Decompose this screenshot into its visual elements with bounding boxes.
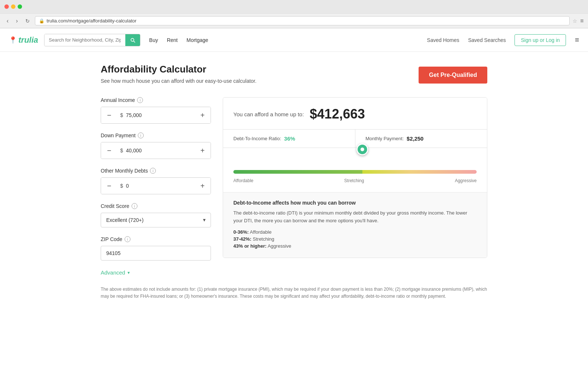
nav-mortgage[interactable]: Mortgage: [187, 37, 208, 43]
search-button[interactable]: [125, 34, 140, 46]
down-payment-increment[interactable]: +: [194, 142, 211, 159]
monthly-debts-input[interactable]: [125, 178, 194, 194]
logo: 📍 trulia: [9, 35, 38, 45]
signup-button[interactable]: Sign up or Log in: [514, 34, 566, 46]
dti-stat: Debt-To-Income Ratio: 36%: [223, 130, 355, 148]
credit-score-field: Credit Score i Excellent (720+) Good (68…: [101, 203, 211, 227]
nav-buy[interactable]: Buy: [149, 37, 158, 43]
track-stretching: [362, 170, 411, 174]
credit-score-select[interactable]: Excellent (720+) Good (680-719) Fair (64…: [101, 213, 211, 227]
monthly-debts-info-icon[interactable]: i: [150, 168, 156, 174]
browser-menu-icon[interactable]: ≡: [580, 18, 584, 24]
slider-track-inner: [233, 170, 477, 174]
dot-green[interactable]: [18, 4, 22, 9]
dti-info-title: Debt-to-Income affects how much you can …: [233, 200, 477, 206]
chevron-down-icon: ▾: [128, 270, 130, 275]
annual-income-label: Annual Income i: [101, 97, 211, 103]
search-input[interactable]: [44, 34, 125, 46]
advanced-toggle[interactable]: Advanced ▾: [101, 269, 130, 276]
page-header-row: Affordability Calculator See how much ho…: [101, 64, 487, 84]
down-payment-input-row: − $ +: [101, 142, 211, 159]
search-icon: [130, 37, 136, 43]
dti-info: Debt-to-Income affects how much you can …: [223, 192, 487, 258]
page-header-text: Affordability Calculator See how much ho…: [101, 64, 257, 84]
track-affordable: [233, 170, 362, 174]
browser-titlebar: [0, 0, 588, 13]
dot-yellow[interactable]: [11, 4, 15, 9]
logo-text[interactable]: trulia: [18, 35, 38, 45]
results-stats: Debt-To-Income Ratio: 36% Monthly Paymen…: [223, 130, 487, 148]
forward-button[interactable]: ›: [14, 17, 20, 25]
slider-label-affordable: Affordable: [233, 178, 254, 183]
currency-symbol-3: $: [117, 183, 125, 189]
refresh-button[interactable]: ↻: [23, 17, 32, 25]
currency-symbol-2: $: [117, 148, 125, 153]
nav-rent[interactable]: Rent: [167, 37, 178, 43]
monthly-debts-label: Other Monthly Debts i: [101, 168, 211, 174]
hamburger-button[interactable]: ≡: [575, 36, 579, 44]
annual-income-increment[interactable]: +: [194, 107, 211, 123]
slider-container: [233, 155, 477, 174]
saved-homes-link[interactable]: Saved Homes: [427, 37, 459, 43]
down-payment-decrement[interactable]: −: [101, 142, 117, 159]
advanced-label: Advanced: [101, 269, 125, 276]
search-bar: [44, 34, 140, 46]
annual-income-decrement[interactable]: −: [101, 107, 117, 123]
address-bar[interactable]: 🔒 trulia.com/mortgage/affordability-calc…: [35, 16, 570, 25]
track-aggressive: [411, 170, 477, 174]
credit-score-label: Credit Score i: [101, 203, 211, 209]
dti-info-list: 0-36%: Affordable 37-42%: Stretching 43%…: [233, 229, 477, 249]
slider-labels: Affordable Stretching Aggressive: [233, 178, 477, 183]
page-title: Affordability Calculator: [101, 64, 257, 75]
monthly-payment-stat: Monthly Payment: $2,250: [355, 130, 487, 148]
zip-code-input[interactable]: [101, 246, 211, 261]
annual-income-input[interactable]: [125, 107, 194, 123]
bookmark-icon[interactable]: ☆: [573, 18, 577, 24]
slider-label-stretching: Stretching: [344, 178, 364, 183]
dti-info-desc: The debt-to-income ratio (DTI) is your m…: [233, 209, 477, 225]
header-right: Saved Homes Saved Searches Sign up or Lo…: [427, 34, 579, 46]
back-button[interactable]: ‹: [4, 17, 11, 25]
dti-range-3: 43% or higher: Aggressive: [233, 243, 477, 249]
address-text: trulia.com/mortgage/affordability-calcul…: [47, 18, 566, 24]
zip-code-label: ZIP Code i: [101, 236, 211, 242]
slider-track[interactable]: [233, 170, 477, 174]
down-payment-label: Down Payment i: [101, 132, 211, 138]
app-container: 📍 trulia Buy Rent Mortgage Saved Homes S…: [0, 28, 588, 368]
afford-label: You can afford a home up to:: [233, 111, 304, 117]
saved-searches-link[interactable]: Saved Searches: [468, 37, 506, 43]
monthly-payment-label: Monthly Payment:: [366, 136, 404, 141]
header: 📍 trulia Buy Rent Mortgage Saved Homes S…: [0, 28, 588, 52]
monthly-debts-decrement[interactable]: −: [101, 178, 117, 194]
credit-score-select-wrapper: Excellent (720+) Good (680-719) Fair (64…: [101, 213, 211, 227]
slider-label-aggressive: Aggressive: [455, 178, 477, 183]
results-panel: You can afford a home up to: $412,663 De…: [223, 97, 487, 258]
slider-thumb-icon[interactable]: [356, 144, 368, 155]
down-payment-field: Down Payment i − $ +: [101, 132, 211, 159]
zip-code-info-icon[interactable]: i: [125, 236, 130, 242]
monthly-debts-increment[interactable]: +: [194, 178, 211, 194]
browser-toolbar: ‹ › ↻ 🔒 trulia.com/mortgage/affordabilit…: [0, 13, 588, 28]
slider-thumb-indicator: [356, 144, 368, 155]
slider-area: Affordable Stretching Aggressive: [223, 148, 487, 192]
dti-range-1: 0-36%: Affordable: [233, 229, 477, 235]
calc-layout: Annual Income i − $ + Down Payment i: [101, 97, 487, 276]
annual-income-field: Annual Income i − $ +: [101, 97, 211, 124]
dot-red[interactable]: [4, 4, 9, 9]
prequalify-button[interactable]: Get Pre-Qualified: [419, 67, 487, 84]
down-payment-info-icon[interactable]: i: [138, 132, 144, 138]
page-content: Affordability Calculator See how much ho…: [92, 52, 496, 312]
monthly-debts-input-row: − $ +: [101, 177, 211, 194]
credit-score-info-icon[interactable]: i: [132, 203, 137, 209]
disclaimer: The above estimates do not include amoun…: [101, 286, 487, 300]
results-top: You can afford a home up to: $412,663: [223, 98, 487, 130]
dti-range-2: 37-42%: Stretching: [233, 236, 477, 242]
afford-amount: $412,663: [310, 106, 365, 122]
dti-label: Debt-To-Income Ratio:: [233, 136, 281, 141]
calc-form: Annual Income i − $ + Down Payment i: [101, 97, 211, 276]
browser-chrome: ‹ › ↻ 🔒 trulia.com/mortgage/affordabilit…: [0, 0, 588, 28]
down-payment-input[interactable]: [125, 142, 194, 159]
annual-income-info-icon[interactable]: i: [137, 97, 143, 103]
nav-links: Buy Rent Mortgage: [149, 37, 208, 43]
annual-income-input-row: − $ +: [101, 107, 211, 124]
